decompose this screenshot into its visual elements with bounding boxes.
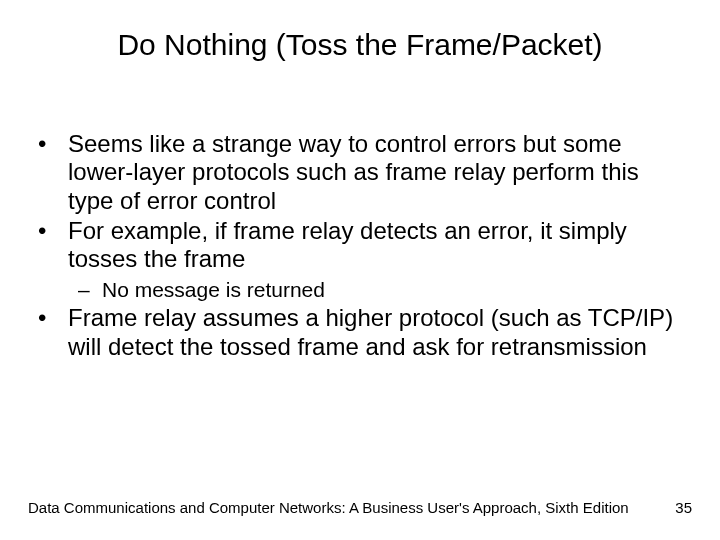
sub-bullet-text: No message is returned xyxy=(102,278,325,301)
bullet-text: For example, if frame relay detects an e… xyxy=(68,217,627,272)
slide-body: Seems like a strange way to control erro… xyxy=(28,130,680,363)
footer-source: Data Communications and Computer Network… xyxy=(28,499,629,516)
sub-bullet-list: No message is returned xyxy=(68,278,680,303)
slide: Do Nothing (Toss the Frame/Packet) Seems… xyxy=(0,0,720,540)
bullet-text: Frame relay assumes a higher protocol (s… xyxy=(68,304,673,359)
bullet-item: Seems like a strange way to control erro… xyxy=(28,130,680,215)
bullet-list: Seems like a strange way to control erro… xyxy=(28,130,680,361)
bullet-text: Seems like a strange way to control erro… xyxy=(68,130,639,214)
bullet-item: For example, if frame relay detects an e… xyxy=(28,217,680,302)
page-number: 35 xyxy=(675,499,692,516)
sub-bullet-item: No message is returned xyxy=(68,278,680,303)
slide-title: Do Nothing (Toss the Frame/Packet) xyxy=(0,28,720,62)
bullet-item: Frame relay assumes a higher protocol (s… xyxy=(28,304,680,361)
